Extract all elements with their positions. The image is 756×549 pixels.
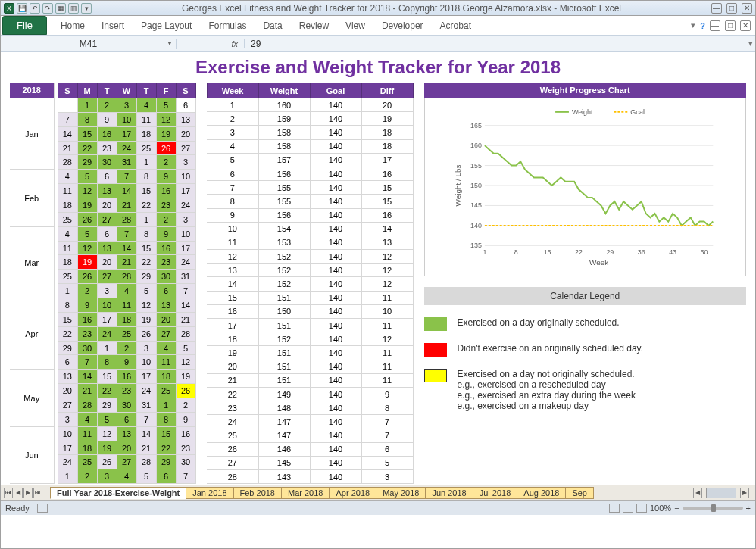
help-icon[interactable]: ? — [700, 21, 705, 30]
tab-nav-prev-icon[interactable]: ◀ — [14, 488, 23, 498]
calendar-cell[interactable]: 20 — [97, 255, 117, 270]
calendar-cell[interactable]: 28 — [117, 212, 136, 226]
calendar-cell[interactable]: 19 — [156, 126, 176, 141]
calendar-cell[interactable]: 5 — [136, 469, 156, 484]
calendar-cell[interactable]: 1 — [136, 155, 156, 170]
wt-cell[interactable]: 7 — [361, 429, 413, 442]
wt-cell[interactable]: 140 — [310, 373, 361, 387]
calendar-cell[interactable]: 15 — [156, 426, 176, 441]
wt-cell[interactable]: 16 — [361, 167, 413, 180]
zoom-slider[interactable] — [683, 507, 743, 510]
wt-cell[interactable]: 140 — [310, 346, 361, 360]
calendar-cell[interactable]: 19 — [77, 198, 97, 213]
calendar-cell[interactable]: 30 — [97, 155, 117, 170]
wt-cell[interactable]: 140 — [310, 277, 361, 291]
calendar-cell[interactable]: 4 — [136, 98, 156, 113]
wt-cell[interactable]: 18 — [361, 126, 413, 139]
calendar-cell[interactable]: 9 — [117, 355, 136, 370]
wt-cell[interactable]: 19 — [207, 346, 258, 360]
wt-cell[interactable]: 16 — [207, 304, 258, 318]
calendar-cell[interactable]: 28 — [58, 155, 77, 170]
wt-cell[interactable]: 27 — [207, 456, 258, 469]
sheet-tab[interactable]: Full Year 2018-Exercise-Weight — [50, 487, 186, 499]
calendar-cell[interactable]: 17 — [97, 312, 117, 326]
calendar-cell[interactable]: 22 — [136, 255, 156, 270]
calendar-cell[interactable]: 17 — [176, 241, 195, 255]
wt-cell[interactable]: 21 — [207, 373, 258, 387]
macro-record-icon[interactable] — [37, 504, 48, 513]
calendar-cell[interactable]: 16 — [77, 312, 97, 326]
calendar-cell[interactable]: 6 — [176, 98, 195, 113]
calendar-cell[interactable]: 5 — [77, 226, 97, 241]
calendar-cell[interactable]: 19 — [176, 370, 195, 384]
calendar-cell[interactable]: 4 — [117, 284, 136, 298]
calendar-cell[interactable]: 9 — [176, 412, 195, 426]
calendar-cell[interactable]: 4 — [156, 341, 176, 355]
wt-cell[interactable]: 18 — [361, 139, 413, 153]
calendar-cell[interactable]: 12 — [136, 298, 156, 313]
calendar-cell[interactable]: 3 — [176, 155, 195, 170]
calendar-cell[interactable]: 14 — [136, 426, 156, 441]
calendar-cell[interactable]: 22 — [156, 441, 176, 455]
wt-cell[interactable]: 6 — [207, 167, 258, 180]
calendar-cell[interactable]: 11 — [58, 184, 77, 198]
calendar-cell[interactable]: 23 — [77, 326, 97, 341]
calendar-cell[interactable]: 8 — [136, 226, 156, 241]
wt-cell[interactable]: 140 — [310, 264, 361, 277]
calendar-cell[interactable]: 30 — [117, 398, 136, 413]
calendar-cell[interactable]: 26 — [77, 270, 97, 284]
calendar-cell[interactable]: 24 — [97, 326, 117, 341]
wt-cell[interactable]: 151 — [258, 360, 310, 373]
calendar-cell[interactable]: 16 — [156, 241, 176, 255]
wt-cell[interactable]: 4 — [207, 139, 258, 153]
wt-cell[interactable]: 140 — [310, 319, 361, 332]
calendar-cell[interactable]: 6 — [156, 469, 176, 484]
sheet-tab[interactable]: Jun 2018 — [425, 487, 473, 499]
calendar-cell[interactable]: 12 — [97, 426, 117, 441]
calendar-cell[interactable]: 24 — [176, 255, 195, 270]
calendar-cell[interactable]: 9 — [77, 298, 97, 313]
calendar-cell[interactable]: 4 — [58, 170, 77, 184]
calendar-cell[interactable]: 29 — [136, 270, 156, 284]
wt-cell[interactable]: 156 — [258, 208, 310, 222]
calendar-cell[interactable]: 5 — [97, 412, 117, 426]
calendar-cell[interactable]: 1 — [77, 98, 97, 113]
wt-cell[interactable]: 140 — [310, 222, 361, 236]
qat-icon[interactable]: ▥ — [68, 3, 79, 14]
calendar-cell[interactable]: 20 — [97, 198, 117, 213]
wt-cell[interactable]: 1 — [207, 98, 258, 112]
calendar-cell[interactable]: 15 — [136, 241, 156, 255]
redo-icon[interactable]: ↷ — [42, 3, 53, 14]
name-box[interactable]: M41▼ — [1, 39, 177, 49]
wt-cell[interactable]: 152 — [258, 332, 310, 346]
wt-cell[interactable]: 151 — [258, 291, 310, 304]
wt-cell[interactable]: 147 — [258, 429, 310, 442]
calendar-cell[interactable]: 31 — [117, 155, 136, 170]
wt-cell[interactable]: 148 — [258, 401, 310, 415]
sheet-tab[interactable]: Jul 2018 — [473, 487, 518, 499]
calendar-cell[interactable]: 29 — [97, 398, 117, 413]
calendar-cell[interactable]: 27 — [176, 141, 195, 155]
calendar-cell[interactable]: 26 — [136, 326, 156, 341]
calendar-cell[interactable]: 26 — [97, 455, 117, 469]
wt-cell[interactable]: 2 — [207, 112, 258, 126]
calendar-cell[interactable]: 21 — [58, 141, 77, 155]
formula-value[interactable]: 29 — [245, 39, 745, 49]
calendar-cell[interactable]: 13 — [97, 184, 117, 198]
calendar-cell[interactable]: 15 — [58, 312, 77, 326]
hscroll-left-icon[interactable]: ◀ — [693, 488, 702, 498]
wt-cell[interactable]: 152 — [258, 250, 310, 264]
wt-cell[interactable]: 140 — [310, 153, 361, 167]
wt-cell[interactable]: 9 — [207, 208, 258, 222]
calendar-cell[interactable]: 15 — [136, 184, 156, 198]
calendar-cell[interactable]: 26 — [176, 384, 195, 398]
calendar-cell[interactable]: 30 — [77, 341, 97, 355]
calendar-cell[interactable]: 18 — [117, 312, 136, 326]
calendar-cell[interactable]: 6 — [117, 412, 136, 426]
wt-cell[interactable]: 18 — [207, 332, 258, 346]
wt-cell[interactable]: 12 — [361, 277, 413, 291]
weight-chart[interactable]: 13514014515015516016518152229364350WeekW… — [424, 98, 747, 276]
calendar-cell[interactable]: 6 — [156, 284, 176, 298]
wt-cell[interactable]: 3 — [361, 470, 413, 484]
calendar-cell[interactable]: 27 — [58, 398, 77, 413]
